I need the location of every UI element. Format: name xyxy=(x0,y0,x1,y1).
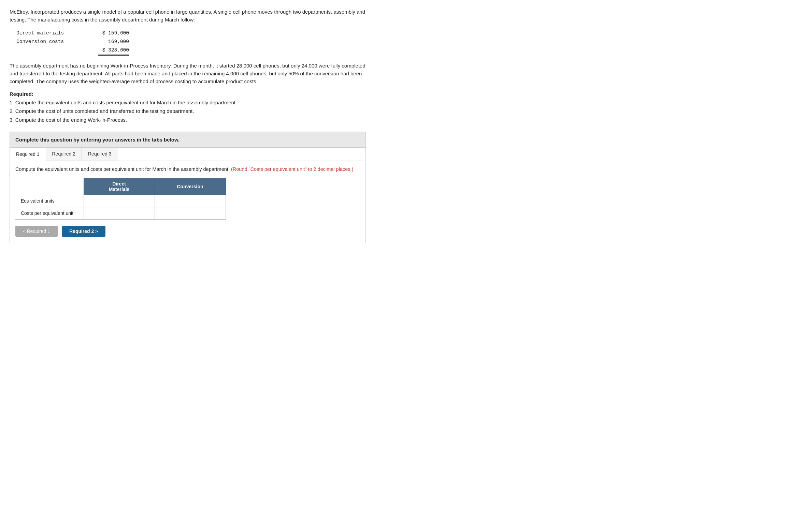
table-row-equivalent-units: Equivalent units xyxy=(15,195,226,207)
required-header: Required: xyxy=(10,91,366,97)
tab1-description-text: Compute the equivalent units and costs p… xyxy=(15,166,231,172)
conversion-costs-value: 169,000 xyxy=(98,38,129,46)
tabs-row: Required 1 Required 2 Required 3 xyxy=(10,148,365,161)
conversion-costs-label: Conversion costs xyxy=(16,38,78,46)
row1-col1-cell[interactable] xyxy=(84,195,155,207)
data-table: Direct Materials Conversion Equivalent u… xyxy=(15,178,226,220)
table-row-costs-per-unit: Costs per equivalent unit xyxy=(15,207,226,219)
intro-paragraph: McElroy, Incorporated produces a single … xyxy=(10,8,366,24)
required-item-2: 2. Compute the cost of units completed a… xyxy=(10,107,366,116)
col1-header: Direct Materials xyxy=(84,178,155,195)
row2-col2-input[interactable] xyxy=(160,210,220,216)
required-item-3: 3. Compute the cost of the ending Work-i… xyxy=(10,116,366,124)
row2-label: Costs per equivalent unit xyxy=(15,207,84,219)
row1-label: Equivalent units xyxy=(15,195,84,207)
row2-col2-cell[interactable] xyxy=(155,207,226,219)
tab1-description-highlight: (Round "Costs per equivalent unit" to 2 … xyxy=(231,166,353,172)
tabs-container: Required 1 Required 2 Required 3 Compute… xyxy=(10,148,366,243)
cost-table: Direct materials $ 159,600 Conversion co… xyxy=(16,29,366,56)
tab1-content: Compute the equivalent units and costs p… xyxy=(10,161,365,243)
nav-buttons: < Required 1 Required 2 > xyxy=(15,226,360,237)
row1-col2-cell[interactable] xyxy=(155,195,226,207)
direct-materials-label: Direct materials xyxy=(16,29,78,38)
next-button[interactable]: Required 2 > xyxy=(62,226,105,237)
prev-button-label: Required 1 xyxy=(27,228,50,234)
required-item-1: 1. Compute the equivalent units and cost… xyxy=(10,98,366,107)
tab-required-3[interactable]: Required 3 xyxy=(82,148,118,161)
row1-col1-input[interactable] xyxy=(89,198,149,204)
direct-materials-value: $ 159,600 xyxy=(98,29,129,38)
prev-button[interactable]: < Required 1 xyxy=(15,226,58,237)
row1-col2-input[interactable] xyxy=(160,198,220,204)
next-button-label: Required 2 xyxy=(69,228,94,234)
body-paragraph: The assembly department has no beginning… xyxy=(10,62,366,86)
required-list: 1. Compute the equivalent units and cost… xyxy=(10,98,366,124)
col2-header: Conversion xyxy=(155,178,226,195)
tab-required-1[interactable]: Required 1 xyxy=(10,148,46,161)
total-label xyxy=(16,46,78,56)
row2-col1-cell[interactable] xyxy=(84,207,155,219)
row2-col1-input[interactable] xyxy=(89,210,149,216)
instruction-box: Complete this question by entering your … xyxy=(10,132,366,148)
tab1-description: Compute the equivalent units and costs p… xyxy=(15,166,360,173)
total-value: $ 328,600 xyxy=(98,46,129,56)
tab-required-2[interactable]: Required 2 xyxy=(46,148,82,161)
